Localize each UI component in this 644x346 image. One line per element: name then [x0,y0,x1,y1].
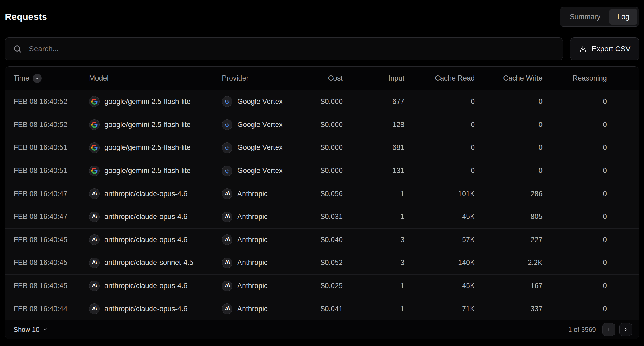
cell-cache-write: 0 [475,98,543,106]
table-row[interactable]: FEB 08 16:40:51 google/gemini-2.5-flash-… [5,159,639,182]
table-row[interactable]: FEB 08 16:40:51 google/gemini-2.5-flash-… [5,136,639,159]
cell-input: 1 [343,305,404,313]
table-row[interactable]: FEB 08 16:40:47 A\ anthropic/claude-opus… [5,205,639,228]
chevron-right-icon [623,327,628,332]
table-header-row: Time Model Provider Cost Input Cache Rea… [5,67,639,90]
model-name: anthropic/claude-opus-4.6 [104,213,187,221]
table-row[interactable]: FEB 08 16:40:52 google/gemini-2.5-flash-… [5,113,639,136]
cell-cache-write: 167 [475,282,543,290]
table-footer: Show 10 1 of 3569 [5,320,639,339]
provider-name: Anthropic [237,190,268,198]
cell-reasoning: 0 [543,305,607,313]
provider-name: Anthropic [237,305,268,313]
cell-cost: $0.000 [312,121,343,129]
toolbar: Export CSV [0,37,644,60]
model-name: google/gemini-2.5-flash-lite [104,144,190,152]
requests-table: Time Model Provider Cost Input Cache Rea… [5,66,639,339]
table-row[interactable]: FEB 08 16:40:44 A\ anthropic/claude-opus… [5,297,639,320]
provider-name: Google Vertex [237,98,283,106]
cell-provider: Google Vertex [222,166,312,176]
cell-reasoning: 0 [543,213,607,221]
cell-model: A\ anthropic/claude-opus-4.6 [89,234,222,245]
page-title: Requests [5,11,47,22]
cell-model: A\ anthropic/claude-opus-4.6 [89,281,222,291]
cell-time: FEB 08 16:40:44 [14,305,89,313]
page-size-select[interactable]: Show 10 [14,326,48,334]
model-name: anthropic/claude-opus-4.6 [104,236,187,244]
cell-provider: A\ Anthropic [222,258,312,268]
cell-reasoning: 0 [543,236,607,244]
anthropic-logo-icon: A\ [222,303,232,314]
table-row[interactable]: FEB 08 16:40:45 A\ anthropic/claude-opus… [5,228,639,251]
cell-cache-write: 337 [475,305,543,313]
model-name: google/gemini-2.5-flash-lite [104,167,190,175]
cell-provider: A\ Anthropic [222,234,312,245]
google-vertex-icon [222,96,232,107]
anthropic-logo-icon: A\ [89,303,100,314]
cell-model: A\ anthropic/claude-opus-4.6 [89,212,222,222]
cell-cache-write: 2.2K [475,259,543,267]
pagination: 1 of 3569 [568,323,632,336]
anthropic-logo-icon: A\ [222,212,232,222]
sort-chevron-down-icon[interactable] [33,74,42,83]
cell-cache-read: 0 [404,144,475,152]
export-csv-button[interactable]: Export CSV [570,37,639,60]
column-header-cost: Cost [312,74,343,82]
cell-cost: $0.040 [312,236,343,244]
cell-cache-read: 0 [404,167,475,175]
table-row[interactable]: FEB 08 16:40:45 A\ anthropic/claude-sonn… [5,251,639,274]
cell-input: 131 [343,167,404,175]
cell-cache-read: 0 [404,98,475,106]
tab-summary[interactable]: Summary [562,9,608,25]
chevron-left-icon [606,327,611,332]
table-row[interactable]: FEB 08 16:40:47 A\ anthropic/claude-opus… [5,182,639,205]
column-header-time[interactable]: Time [14,74,89,83]
anthropic-logo-icon: A\ [89,234,100,245]
search-input[interactable] [5,38,563,60]
table-row[interactable]: FEB 08 16:40:45 A\ anthropic/claude-opus… [5,274,639,297]
cell-cost: $0.000 [312,144,343,152]
view-tab-group: Summary Log [560,7,639,27]
cell-cost: $0.041 [312,305,343,313]
cell-model: A\ anthropic/claude-opus-4.6 [89,303,222,314]
cell-cache-read: 0 [404,121,475,129]
provider-name: Anthropic [237,213,268,221]
model-name: anthropic/claude-sonnet-4.5 [104,259,193,267]
cell-cost: $0.031 [312,213,343,221]
provider-name: Anthropic [237,236,268,244]
cell-cache-read: 140K [404,259,475,267]
cell-model: google/gemini-2.5-flash-lite [89,96,222,107]
cell-cache-write: 0 [475,144,543,152]
tab-log[interactable]: Log [609,9,637,25]
cell-model: A\ anthropic/claude-opus-4.6 [89,188,222,199]
cell-reasoning: 0 [543,167,607,175]
next-page-button[interactable] [619,323,632,336]
cell-cache-read: 57K [404,236,475,244]
cell-input: 1 [343,190,404,198]
cell-reasoning: 0 [543,282,607,290]
model-name: google/gemini-2.5-flash-lite [104,121,190,129]
table-row[interactable]: FEB 08 16:40:52 google/gemini-2.5-flash-… [5,90,639,113]
column-header-provider: Provider [222,74,312,82]
page-size-label: Show 10 [14,326,39,334]
cell-input: 677 [343,98,404,106]
provider-name: Anthropic [237,259,268,267]
cell-reasoning: 0 [543,259,607,267]
cell-input: 1 [343,213,404,221]
cell-cache-read: 101K [404,190,475,198]
table-body: FEB 08 16:40:52 google/gemini-2.5-flash-… [5,90,639,320]
cell-reasoning: 0 [543,190,607,198]
provider-name: Google Vertex [237,144,283,152]
cell-model: A\ anthropic/claude-sonnet-4.5 [89,258,222,268]
export-csv-label: Export CSV [592,45,630,53]
cell-model: google/gemini-2.5-flash-lite [89,119,222,130]
cell-provider: A\ Anthropic [222,212,312,222]
cell-time: FEB 08 16:40:52 [14,98,89,106]
previous-page-button[interactable] [602,323,615,336]
cell-time: FEB 08 16:40:45 [14,236,89,244]
cell-input: 3 [343,259,404,267]
search-field [5,37,563,60]
cell-cost: $0.000 [312,98,343,106]
anthropic-logo-icon: A\ [89,188,100,199]
search-icon [13,44,22,53]
